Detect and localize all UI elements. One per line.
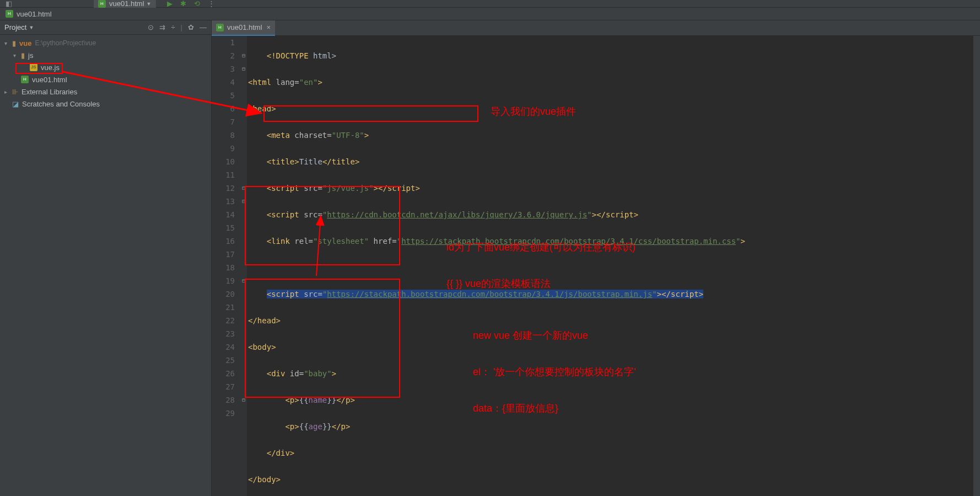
annotation-box-body <box>245 186 400 265</box>
top-toolbar: ◧ H vue01.html ▼ ▶ ✱ ⟲ ⋮ <box>0 0 980 8</box>
run-icon[interactable]: ▶ <box>167 0 173 8</box>
annotation-text-id: id为了下面vue绑定创建(可以为任意有标识) {{ }} vue的渲染模板语法 <box>446 217 636 302</box>
chevron-down-icon: ▼ <box>147 1 152 7</box>
annotation-box-vuejs <box>15 63 63 74</box>
sidebar-title[interactable]: Project ▼ <box>4 23 34 31</box>
root-name: vue <box>19 39 31 47</box>
annotation-text-newvue: new vue 创建一个新的vue el： '放一个你想要控制的板块的名字' d… <box>473 306 636 426</box>
html-file-icon: H <box>216 24 224 31</box>
sidebar-actions: ⊙ ⇉ ÷ | ✿ — <box>148 23 207 31</box>
toolbar-left-icon[interactable]: ◧ <box>6 0 12 8</box>
tree-scratches[interactable]: ◪ Scratches and Consoles <box>0 98 211 110</box>
sidebar-title-text: Project <box>4 23 26 31</box>
tab-vue01html[interactable]: H vue01.html × <box>212 20 275 36</box>
tree-root[interactable]: ▾ ▮ vue E:\pythonProject\vue <box>0 37 211 49</box>
folder-icon: ▮ <box>21 51 25 60</box>
chevron-down-icon: ▼ <box>29 25 34 30</box>
minimize-icon[interactable]: — <box>200 23 207 31</box>
html-file-icon: H <box>21 76 29 83</box>
chevron-right-icon: ▸ <box>4 89 10 95</box>
sidebar-header: Project ▼ ⊙ ⇉ ÷ | ✿ — <box>0 20 211 35</box>
project-sidebar: Project ▼ ⊙ ⇉ ÷ | ✿ — ▾ ▮ vue E:\pythonP… <box>0 20 212 496</box>
chevron-down-icon: ▾ <box>13 52 19 58</box>
annotation-text-import: 导入我们的vue插件 <box>491 105 576 118</box>
scratches-icon: ◪ <box>12 100 19 108</box>
editor-scrollbar[interactable] <box>973 36 980 496</box>
breadcrumb-file[interactable]: vue01.html <box>17 10 52 18</box>
close-icon[interactable]: × <box>267 23 271 31</box>
html-file-icon: H <box>98 0 106 8</box>
expand-icon[interactable]: ⇉ <box>159 23 165 31</box>
scratches-label: Scratches and Consoles <box>22 100 100 108</box>
run2-icon[interactable]: ⟲ <box>194 0 200 8</box>
libs-label: External Libraries <box>21 88 77 96</box>
fold-column: ⊟⊟⊟⊟⊟⊟ <box>240 36 247 496</box>
editor-tabs: H vue01.html × <box>212 20 980 36</box>
tree-external-libs[interactable]: ▸ ⊪ External Libraries <box>0 86 211 98</box>
open-file-chip[interactable]: H vue01.html ▼ <box>94 0 156 8</box>
annotation-box-script <box>245 279 400 398</box>
tab-label: vue01.html <box>227 23 262 31</box>
chevron-down-icon: ▾ <box>4 40 10 46</box>
more-icon[interactable]: ⋮ <box>208 0 215 8</box>
folder-label: js <box>28 51 33 60</box>
target-icon[interactable]: ⊙ <box>148 23 154 31</box>
debug-icon[interactable]: ✱ <box>180 0 186 8</box>
line-gutter: 1234567891011121314151617181920212223242… <box>212 36 240 496</box>
library-icon: ⊪ <box>12 88 18 96</box>
tree-folder-js[interactable]: ▾ ▮ js <box>0 49 211 61</box>
collapse-icon[interactable]: ÷ <box>171 23 175 31</box>
annotation-box-import <box>263 105 478 122</box>
html-file-icon: H <box>6 10 13 18</box>
root-path: E:\pythonProject\vue <box>35 39 96 47</box>
breadcrumb: H vue01.html <box>0 8 980 20</box>
tree-file-vue01html[interactable]: H vue01.html <box>0 73 211 86</box>
gear-icon[interactable]: ✿ <box>188 23 194 31</box>
open-file-label: vue01.html <box>109 0 144 8</box>
file-label: vue01.html <box>32 76 67 84</box>
folder-icon: ▮ <box>12 39 16 47</box>
